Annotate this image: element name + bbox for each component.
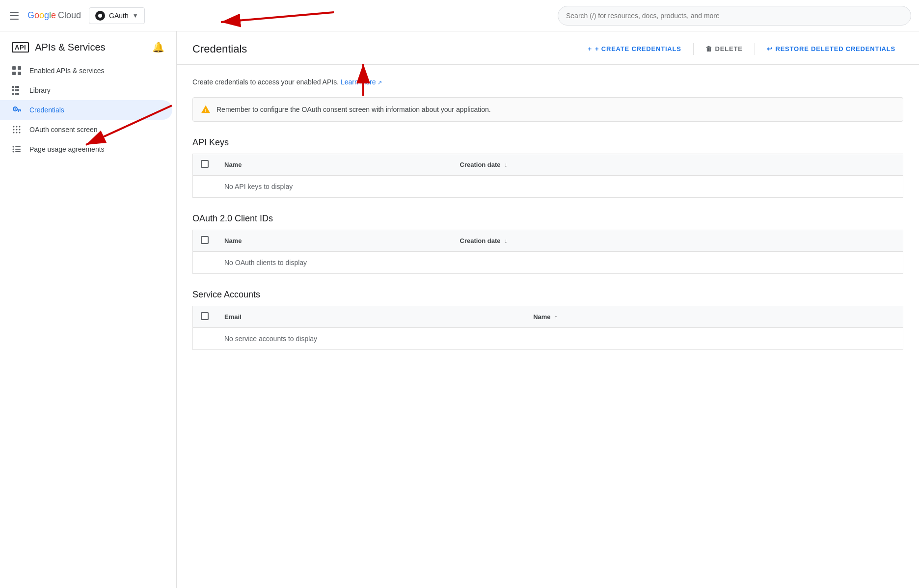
api-badge: API (12, 42, 29, 53)
separator (755, 43, 755, 55)
dropdown-arrow-icon: ▼ (133, 12, 138, 19)
learn-more-link[interactable]: Learn more ↗ (341, 78, 382, 86)
service-accounts-checkbox-header (193, 306, 217, 328)
oauth-consent-icon (12, 125, 22, 134)
sidebar-item-library[interactable]: Library (0, 80, 172, 100)
sidebar-item-credentials[interactable]: Credentials (0, 100, 172, 120)
restore-icon: ↩ (767, 45, 773, 53)
oauth-clients-select-all-checkbox[interactable] (201, 236, 209, 244)
project-selector[interactable]: GAuth ▼ (89, 7, 145, 24)
page-usage-icon (12, 144, 22, 154)
info-text: Create credentials to access your enable… (192, 77, 903, 87)
main-content: Credentials + + CREATE CREDENTIALS 🗑 DEL… (177, 31, 919, 588)
delete-label: DELETE (715, 45, 743, 53)
delete-icon: 🗑 (705, 45, 712, 53)
svg-point-20 (13, 132, 15, 134)
svg-point-18 (13, 126, 15, 128)
alert-message: Remember to configure the OAuth consent … (216, 106, 491, 113)
sidebar-nav: Enabled APIs & services Library (0, 61, 176, 159)
oauth-clients-title: OAuth 2.0 Client IDs (192, 214, 903, 224)
service-accounts-empty-row: No service accounts to display (193, 328, 903, 350)
cloud-text: Cloud (58, 10, 81, 21)
svg-text:!: ! (205, 108, 207, 113)
svg-point-26 (19, 132, 21, 134)
svg-rect-11 (15, 93, 17, 95)
oauth-clients-name-header[interactable]: Name (216, 230, 452, 252)
service-accounts-email-header[interactable]: Email (216, 306, 525, 328)
separator (693, 43, 694, 55)
oauth-clients-empty-row: No OAuth clients to display (193, 252, 903, 274)
service-accounts-title: Service Accounts (192, 290, 903, 300)
service-accounts-select-all-checkbox[interactable] (201, 312, 209, 320)
delete-button[interactable]: 🗑 DELETE (698, 41, 751, 56)
hamburger-menu-icon[interactable] (8, 10, 20, 22)
service-accounts-empty-message: No service accounts to display (216, 328, 903, 350)
sidebar-item-enabled-apis[interactable]: Enabled APIs & services (0, 61, 172, 80)
svg-point-27 (13, 146, 14, 148)
svg-rect-3 (18, 72, 21, 75)
svg-point-22 (16, 129, 18, 131)
sidebar-item-oauth-consent[interactable]: OAuth consent screen (0, 120, 172, 139)
enabled-apis-icon (12, 66, 22, 76)
create-credentials-button[interactable]: + + CREATE CREDENTIALS (580, 41, 689, 56)
svg-point-23 (16, 132, 18, 134)
warning-icon: ! (201, 105, 211, 114)
svg-rect-7 (12, 89, 14, 91)
search-input[interactable] (558, 6, 911, 26)
oauth-clients-date-header[interactable]: Creation date ↓ (452, 230, 903, 252)
sort-asc-icon: ↑ (554, 314, 557, 321)
service-accounts-name-header[interactable]: Name ↑ (525, 306, 903, 328)
topbar: Google Cloud GAuth ▼ (0, 0, 919, 31)
api-keys-select-all-checkbox[interactable] (201, 160, 209, 168)
svg-rect-15 (17, 109, 21, 110)
api-keys-name-header[interactable]: Name (216, 154, 452, 176)
content-body: Create credentials to access your enable… (177, 65, 919, 377)
project-icon (95, 11, 105, 21)
oauth-clients-section: OAuth 2.0 Client IDs Name Creation date (192, 214, 903, 274)
sidebar-item-label: Credentials (29, 106, 64, 114)
api-keys-checkbox-header (193, 154, 217, 176)
sidebar-header: API APIs & Services 🔔 (0, 35, 176, 61)
notification-bell-icon[interactable]: 🔔 (152, 41, 164, 53)
app-body: API APIs & Services 🔔 Enabled APIs & ser… (0, 31, 919, 588)
plus-icon: + (588, 45, 592, 53)
topbar-left: Google Cloud GAuth ▼ (8, 7, 145, 24)
svg-rect-6 (17, 86, 19, 88)
svg-rect-8 (15, 89, 17, 91)
create-credentials-label: + CREATE CREDENTIALS (595, 45, 681, 53)
svg-rect-28 (15, 146, 21, 147)
svg-rect-9 (17, 89, 19, 91)
sort-desc-icon: ↓ (504, 238, 507, 244)
api-keys-title: API Keys (192, 137, 903, 148)
sidebar-item-label: Page usage agreements (29, 145, 105, 153)
sidebar-item-label: Enabled APIs & services (29, 67, 105, 75)
svg-point-31 (13, 151, 14, 153)
search-bar[interactable] (558, 6, 911, 26)
svg-point-19 (13, 129, 15, 131)
svg-rect-1 (18, 66, 21, 70)
svg-point-21 (16, 126, 18, 128)
content-header: Credentials + + CREATE CREDENTIALS 🗑 DEL… (177, 31, 919, 65)
restore-label: RESTORE DELETED CREDENTIALS (775, 45, 895, 53)
api-keys-section: API Keys Name Creation date (192, 137, 903, 198)
api-keys-empty-row: No API keys to display (193, 176, 903, 198)
google-cloud-logo: Google Cloud (27, 10, 81, 21)
api-keys-header-row: Name Creation date ↓ (193, 154, 903, 176)
svg-rect-12 (17, 93, 19, 95)
restore-deleted-credentials-button[interactable]: ↩ RESTORE DELETED CREDENTIALS (759, 41, 903, 56)
api-keys-empty-message: No API keys to display (216, 176, 903, 198)
svg-point-14 (15, 108, 16, 110)
svg-rect-32 (15, 151, 21, 152)
svg-rect-5 (15, 86, 17, 88)
svg-rect-10 (12, 93, 14, 95)
sidebar-item-page-usage[interactable]: Page usage agreements (0, 139, 172, 159)
service-accounts-header-row: Email Name ↑ (193, 306, 903, 328)
svg-point-24 (19, 126, 21, 128)
oauth-clients-empty-message: No OAuth clients to display (216, 252, 903, 274)
credentials-icon (12, 105, 22, 115)
svg-rect-0 (12, 66, 16, 70)
sidebar-item-label: Library (29, 86, 51, 94)
service-accounts-table: Email Name ↑ No service accounts to disp… (192, 306, 903, 350)
api-keys-date-header[interactable]: Creation date ↓ (452, 154, 903, 176)
header-actions: + + CREATE CREDENTIALS 🗑 DELETE ↩ RESTOR… (580, 41, 903, 56)
